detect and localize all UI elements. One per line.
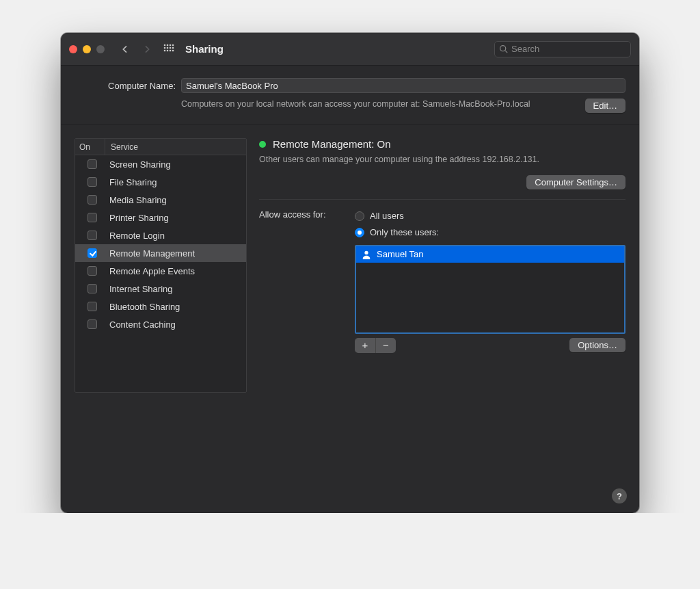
computer-settings-button[interactable]: Computer Settings… [526, 175, 625, 189]
service-row[interactable]: Internet Sharing [75, 280, 246, 298]
services-col-on: On [75, 139, 105, 155]
service-checkbox[interactable] [88, 177, 97, 187]
radio-button[interactable] [355, 228, 364, 237]
minimize-window-button[interactable] [83, 45, 91, 53]
zoom-window-button[interactable] [96, 45, 105, 53]
svg-point-7 [172, 47, 174, 49]
service-checkbox[interactable] [88, 231, 97, 240]
services-col-service: Service [105, 139, 246, 155]
service-label: Content Caching [105, 319, 246, 330]
service-row[interactable]: Remote Login [75, 226, 246, 244]
service-label: Bluetooth Sharing [105, 302, 246, 312]
add-user-button[interactable]: + [355, 338, 375, 353]
svg-point-11 [172, 49, 174, 51]
status-description: Other users can manage your computer usi… [259, 154, 625, 166]
main-content: On Service Screen SharingFile SharingMed… [61, 125, 639, 513]
services-header: On Service [75, 139, 246, 155]
computer-name-subtext: Computers on your local network can acce… [181, 99, 585, 110]
radio-button[interactable] [355, 211, 364, 221]
service-row[interactable]: Media Sharing [75, 191, 246, 209]
computer-name-field[interactable] [181, 78, 625, 93]
service-checkbox[interactable] [88, 159, 97, 169]
sharing-preferences-window: Sharing Search Computer Name: Computers … [61, 33, 639, 513]
forward-button[interactable] [139, 41, 155, 57]
service-label: Remote Apple Events [105, 266, 246, 276]
svg-point-4 [164, 47, 166, 49]
status-indicator-icon [259, 141, 266, 148]
svg-point-14 [364, 251, 368, 254]
search-input[interactable]: Search [494, 41, 631, 57]
service-checkbox[interactable] [88, 319, 97, 329]
service-label: Printer Sharing [105, 213, 246, 223]
close-window-button[interactable] [69, 45, 77, 53]
user-row[interactable]: Samuel Tan [356, 246, 624, 263]
search-placeholder: Search [511, 44, 539, 54]
services-table: On Service Screen SharingFile SharingMed… [75, 138, 247, 393]
separator [259, 199, 625, 200]
status-title: Remote Management: On [273, 138, 391, 150]
service-label: Remote Management [105, 248, 246, 259]
svg-point-0 [164, 44, 166, 46]
service-row[interactable]: Remote Apple Events [75, 262, 246, 280]
svg-point-2 [170, 44, 172, 46]
remove-user-button[interactable]: − [375, 338, 396, 353]
radio-only-label: Only these users: [370, 227, 439, 237]
service-checkbox[interactable] [88, 195, 97, 205]
svg-line-13 [505, 51, 507, 53]
service-label: Screen Sharing [105, 159, 246, 170]
service-label: File Sharing [105, 177, 246, 187]
svg-point-6 [170, 47, 172, 49]
svg-point-12 [500, 46, 506, 51]
service-detail: Remote Management: On Other users can ma… [259, 138, 625, 499]
window-controls [69, 45, 105, 53]
grid-icon [163, 44, 174, 55]
service-checkbox[interactable] [88, 248, 97, 258]
person-icon [362, 250, 371, 259]
options-button[interactable]: Options… [569, 338, 625, 352]
edit-hostname-button[interactable]: Edit… [585, 99, 625, 113]
svg-point-9 [167, 49, 169, 51]
radio-all-users[interactable]: All users [355, 208, 625, 224]
service-row[interactable]: Content Caching [75, 315, 246, 333]
computer-name-label: Computer Name: [75, 81, 176, 91]
service-row[interactable]: Screen Sharing [75, 155, 246, 173]
svg-point-8 [164, 49, 166, 51]
window-title: Sharing [185, 43, 224, 55]
title-bar: Sharing Search [61, 33, 639, 66]
service-label: Remote Login [105, 231, 246, 241]
radio-all-label: All users [370, 211, 404, 221]
service-label: Internet Sharing [105, 284, 246, 294]
service-row[interactable]: Remote Management [75, 244, 246, 262]
chevron-right-icon [142, 44, 152, 55]
show-all-button[interactable] [161, 41, 177, 57]
service-label: Media Sharing [105, 195, 246, 205]
service-checkbox[interactable] [88, 284, 97, 293]
svg-point-5 [167, 47, 169, 49]
radio-only-users[interactable]: Only these users: [355, 224, 625, 241]
svg-point-3 [172, 44, 174, 46]
user-name: Samuel Tan [377, 249, 423, 259]
service-row[interactable]: File Sharing [75, 173, 246, 191]
service-checkbox[interactable] [88, 266, 97, 276]
service-row[interactable]: Bluetooth Sharing [75, 298, 246, 315]
chevron-left-icon [120, 44, 131, 55]
svg-point-1 [167, 44, 169, 46]
back-button[interactable] [117, 41, 133, 57]
user-list-controls: + − [355, 338, 396, 353]
allowed-users-list[interactable]: Samuel Tan [355, 245, 625, 334]
service-checkbox[interactable] [88, 302, 97, 311]
help-button[interactable]: ? [612, 488, 627, 503]
svg-point-10 [170, 49, 172, 51]
service-row[interactable]: Printer Sharing [75, 209, 246, 226]
search-icon [499, 44, 508, 53]
access-label: Allow access for: [259, 208, 348, 353]
computer-name-section: Computer Name: Computers on your local n… [61, 66, 639, 125]
service-checkbox[interactable] [88, 213, 97, 222]
